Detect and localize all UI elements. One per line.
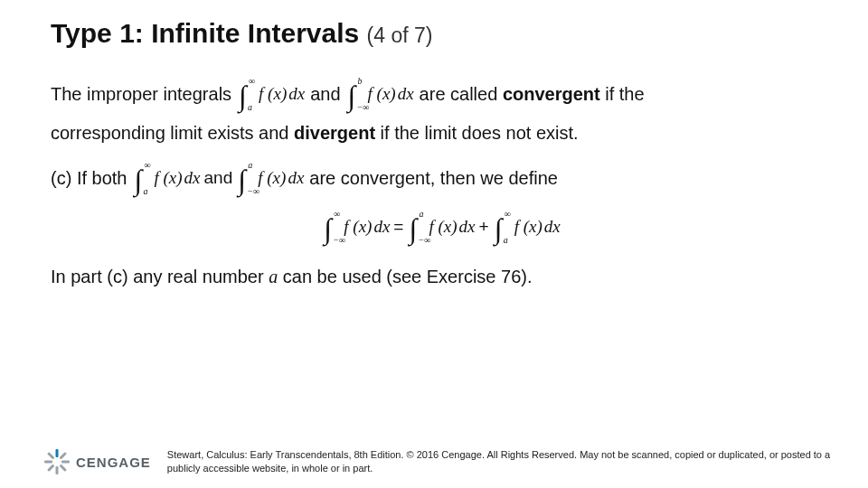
text-run: In part (c) any real number a can be use… (51, 263, 532, 291)
equation-full-real-line-integral: ∫ ∞ −∞ f (x) dx = ∫ a −∞ f (x) dx + ∫ ∞ … (322, 211, 560, 243)
title-pager: (4 of 7) (367, 23, 433, 47)
slide-body: The improper integrals ∫ ∞ a f (x) dx an… (51, 78, 832, 300)
paragraph-1-line-2: corresponding limit exists and divergent… (51, 119, 832, 147)
paragraph-3: In part (c) any real number a can be use… (51, 263, 832, 291)
cengage-logo: CENGAGE (45, 450, 151, 474)
integral-sign-icon: ∫ ∞ a (134, 162, 150, 194)
integral-a-to-infinity-2: ∫ ∞ a f (x) dx and ∫ a −∞ f (x) dx (132, 162, 304, 194)
paragraph-2: (c) If both ∫ ∞ a f (x) dx and ∫ a −∞ f … (51, 162, 832, 194)
copyright-text: Stewart, Calculus: Early Transcendentals… (167, 448, 837, 475)
text-run: are called convergent if the (420, 80, 645, 108)
text-run: (c) If both (51, 164, 127, 192)
definition-equation: ∫ ∞ −∞ f (x) dx = ∫ a −∞ f (x) dx + ∫ ∞ … (51, 211, 832, 243)
text-run: and (310, 80, 340, 108)
title-main: Type 1: Infinite Intervals (51, 18, 359, 48)
text-run: are convergent, then we define (309, 164, 558, 192)
logo-burst-icon (45, 450, 69, 474)
integral-a-to-infinity: ∫ ∞ a f (x) dx (237, 78, 305, 110)
integral-sign-icon: ∫ a −∞ (409, 211, 425, 243)
integral-neg-infinity-to-b: ∫ b −∞ f (x) dx (346, 78, 414, 110)
text-run: corresponding limit exists and divergent… (51, 119, 579, 147)
paragraph-1-line-1: The improper integrals ∫ ∞ a f (x) dx an… (51, 78, 832, 110)
integral-sign-icon: ∫ b −∞ (348, 78, 364, 110)
integral-sign-icon: ∫ a −∞ (238, 162, 254, 194)
integral-sign-icon: ∫ ∞ −∞ (324, 211, 340, 243)
integral-sign-icon: ∫ ∞ a (239, 78, 255, 110)
logo-text: CENGAGE (76, 455, 151, 470)
slide-title: Type 1: Infinite Intervals (4 of 7) (51, 18, 432, 49)
slide-footer: CENGAGE Stewart, Calculus: Early Transce… (0, 448, 868, 475)
integral-sign-icon: ∫ ∞ a (495, 211, 511, 243)
text-run: The improper integrals (51, 80, 231, 108)
